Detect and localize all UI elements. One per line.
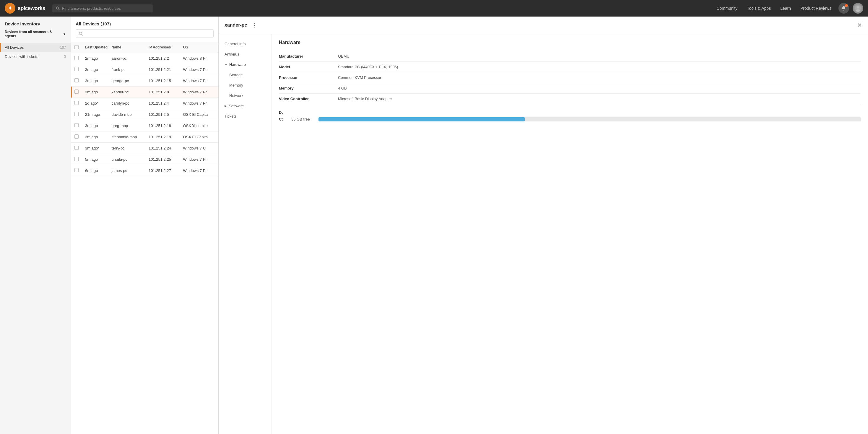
hw-label: Processor [279,75,338,80]
row-ip: 101.251.2.19 [149,135,183,139]
row-checkbox[interactable] [74,112,79,116]
nav-tools[interactable]: Tools & Apps [747,6,771,11]
row-os: OSX Yosemite [183,123,215,128]
search-icon [56,6,60,10]
global-search[interactable] [52,4,153,12]
row-os: OSX El Capita [183,112,215,117]
row-checkbox[interactable] [74,90,79,94]
detail-nav-tickets[interactable]: Tickets [219,111,272,121]
storage-d-label: D: [279,110,288,115]
row-checkbox[interactable] [74,123,79,127]
row-time: 21m ago [85,112,112,117]
row-name: carolyn-pc [112,101,149,105]
hw-label: Model [279,65,338,69]
notification-dot [845,4,848,7]
table-row[interactable]: 2m ago aaron-pc 101.251.2.2 Windows 8 Pr [71,53,218,64]
table-row[interactable]: 3m ago frank-pc 101.251.2.21 Windows 7 P… [71,64,218,75]
row-os: OSX El Capita [183,135,215,139]
storage-progress-bar [318,117,861,121]
detail-nav-label: Memory [229,83,243,88]
hw-value: Common KVM Processor [338,75,861,80]
nav-community[interactable]: Community [716,6,737,11]
row-os: Windows 8 Pr [183,56,215,61]
table-row[interactable]: 3m ago xander-pc 101.251.2.8 Windows 7 P… [71,87,218,98]
row-checkbox[interactable] [74,67,79,71]
row-time: 3m ago [85,90,112,94]
table-row[interactable]: 5m ago ursula-pc 101.251.2.25 Windows 7 … [71,154,218,165]
nav-links: Community Tools & Apps Learn Product Rev… [716,6,831,11]
row-time: 6m ago [85,168,112,173]
sidebar-filter[interactable]: Devices from all scanners & agents ▼ [0,30,71,43]
row-checkbox[interactable] [74,101,79,105]
top-nav: ✦ spiceworks Community Tools & Apps Lear… [0,0,868,17]
device-search-input[interactable] [85,31,210,36]
table-row[interactable]: 21m ago davidb-mbp 101.251.2.5 OSX El Ca… [71,109,218,120]
detail-nav-memory[interactable]: Memory [219,80,272,90]
row-os: Windows 7 Pr [183,168,215,173]
sidebar: Device Inventory Devices from all scanne… [0,17,71,434]
table-row[interactable]: 2d ago* carolyn-pc 101.251.2.4 Windows 7… [71,98,218,109]
user-avatar-button[interactable] [852,3,863,13]
table-row[interactable]: 3m ago stephanie-mbp 101.251.2.19 OSX El… [71,131,218,143]
detail-nav-storage[interactable]: Storage [219,70,272,80]
row-checkbox[interactable] [74,157,79,161]
row-checkbox[interactable] [74,146,79,150]
row-name: terry-pc [112,146,149,150]
svg-text:✦: ✦ [8,5,12,11]
svg-line-8 [82,34,83,35]
close-detail-button[interactable]: ✕ [857,22,862,29]
hardware-title: Hardware [279,40,861,45]
table-row[interactable]: 3m ago george-pc 101.251.2.15 Windows 7 … [71,75,218,87]
storage-d-drive: D: [279,110,861,115]
row-os: Windows 7 Pr [183,79,215,83]
kebab-menu-button[interactable]: ⋮ [250,21,259,29]
row-checkbox[interactable] [74,56,79,60]
row-ip: 101.251.2.24 [149,146,183,150]
nav-product-reviews[interactable]: Product Reviews [800,6,831,11]
sidebar-item-label: All Devices [5,45,24,50]
search-input[interactable] [62,6,149,11]
row-name: davidb-mbp [112,112,149,117]
table-header: Last Updated Name IP Addresses OS [71,43,218,53]
col-ip: IP Addresses [149,45,183,50]
table-row[interactable]: 3m ago greg-mbp 101.251.2.18 OSX Yosemit… [71,120,218,131]
logo: ✦ spiceworks [5,3,45,13]
detail-nav-network[interactable]: Network [219,90,272,101]
col-last-updated: Last Updated [85,45,112,50]
table-row[interactable]: 6m ago james-pc 101.251.2.27 Windows 7 P… [71,165,218,176]
row-checkbox[interactable] [74,168,79,172]
spiceworks-logo-icon: ✦ [5,3,16,13]
device-table: Last Updated Name IP Addresses OS 2m ago… [71,43,218,434]
nav-right [838,3,863,13]
row-os: Windows 7 Pr [183,157,215,162]
row-checkbox[interactable] [74,134,79,138]
filter-label: Devices from all scanners & agents [5,30,61,38]
table-row[interactable]: 3m ago* terry-pc 101.251.2.24 Windows 7 … [71,143,218,154]
detail-nav-software[interactable]: ▶ Software [219,101,272,111]
col-os: OS [183,45,215,50]
detail-nav-hardware[interactable]: ▼ Hardware [219,59,272,70]
detail-nav-antivirus[interactable]: Antivirus [219,49,272,59]
detail-nav-general-info[interactable]: General Info [219,39,272,49]
hw-label: Memory [279,86,338,90]
row-time: 3m ago [85,135,112,139]
device-search[interactable] [75,29,214,38]
nav-learn[interactable]: Learn [780,6,791,11]
sidebar-item-devices-with-tickets[interactable]: Devices with tickets 0 [0,52,71,61]
sidebar-item-all-devices[interactable]: All Devices 107 [0,43,71,52]
hw-row-video: Video Controller Microsoft Basic Display… [279,94,861,104]
notifications-button[interactable] [838,3,849,13]
row-name: greg-mbp [112,123,149,128]
hw-value: QEMU [338,54,861,59]
sidebar-item-count: 107 [60,45,66,50]
hardware-table: Manufacturer QEMU Model Standard PC (i44… [279,51,861,104]
svg-point-5 [857,6,859,8]
row-ip: 101.251.2.25 [149,157,183,162]
row-ip: 101.251.2.5 [149,112,183,117]
row-ip: 101.251.2.4 [149,101,183,105]
row-time: 5m ago [85,157,112,162]
select-all-checkbox[interactable] [74,45,79,49]
storage-c-label: C: [279,117,288,121]
row-checkbox[interactable] [74,78,79,83]
row-time: 3m ago* [85,146,112,150]
